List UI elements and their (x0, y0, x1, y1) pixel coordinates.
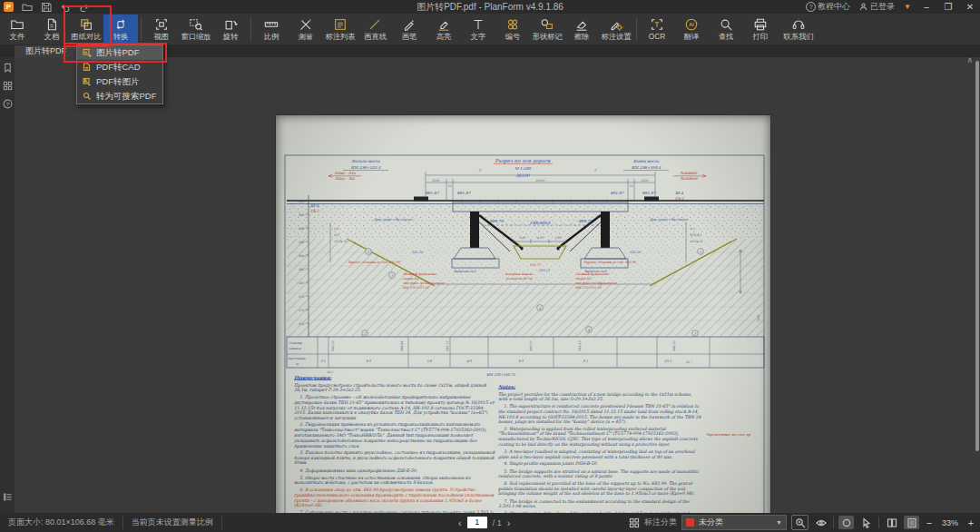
menu-item-image-to-pdf[interactable]: 图片转PDF (77, 45, 162, 60)
svg-text:16.7: 16.7 (685, 360, 692, 364)
visibility-button[interactable] (813, 516, 828, 529)
menu-item-pdf-to-image[interactable]: PDF转图片 (77, 74, 162, 89)
svg-text:Дрн. грунт с Рв=2м/сут: Дрн. грунт с Рв=2м/сут (650, 218, 689, 222)
toolbar-button-highlight[interactable]: 高亮 (426, 15, 461, 44)
dropdown-caret-icon: ▼ (776, 519, 782, 526)
toolbar-button-draw-line[interactable]: 画直线 (358, 15, 392, 44)
svg-text:55: 55 (447, 184, 452, 188)
svg-text:689.20: 689.20 (672, 340, 676, 351)
translate-ai-icon: AI (684, 17, 699, 32)
svg-text:Свайный фундамент: Свайный фундамент (403, 272, 437, 276)
toolbar-button-measure[interactable]: 测量 (289, 15, 323, 44)
document-canvas[interactable]: ∧ Разрез по оси до (15, 57, 980, 513)
svg-text:28.5: 28.5 (327, 370, 334, 374)
toolbar-button-annotation-settings[interactable]: 标注设置 (599, 15, 633, 44)
toolbar-button-rotate[interactable]: 旋转 (213, 15, 248, 44)
toolbar-button-drawing-compare[interactable]: 图纸对比 (69, 15, 103, 44)
svg-text:Свайный фундамент: Свайный фундамент (575, 272, 610, 276)
notes-english: Notes: The project provides for the cons… (498, 384, 702, 513)
login-status-button[interactable]: 已登录 (859, 1, 895, 13)
toolbar-button-find[interactable]: 查找 (709, 15, 743, 44)
close-button[interactable]: ✕ (964, 2, 976, 12)
toolbar-button-translate[interactable]: AI 翻译 (674, 15, 709, 44)
document-icon (44, 17, 59, 32)
svg-text:опоры №1: опоры №1 (403, 277, 419, 281)
toolbar-button-text[interactable]: 文字 (461, 15, 495, 44)
svg-text:688: 688 (299, 227, 305, 231)
toolbar-button-window-zoom[interactable]: 窗口缩放 (179, 15, 213, 44)
svg-text:8.1: 8.1 (583, 360, 588, 363)
svg-text:УГВ 4.3: УГВ 4.3 (690, 233, 702, 237)
prev-page-button[interactable]: ‹ (458, 517, 462, 528)
toolbar-button-print[interactable]: 打印 (743, 15, 778, 44)
toolbar-button-convert[interactable]: 转换 (103, 15, 138, 44)
toolbar-button-document[interactable]: 文档 (34, 15, 69, 44)
menu-item-pdf-to-cad[interactable]: PDF转CAD (77, 60, 162, 74)
collapse-toolbar-icon[interactable]: ∧ (966, 57, 973, 64)
svg-text:690.43: 690.43 (578, 340, 582, 351)
annotation-panel-icon[interactable] (3, 492, 13, 502)
printer-icon (753, 17, 768, 32)
toolbar-button-number[interactable]: 编号 (495, 15, 530, 44)
ruler-icon (264, 17, 279, 32)
toolbar-button-erase[interactable]: 擦除 (564, 15, 599, 44)
bookmark-icon[interactable] (3, 63, 13, 73)
svg-text:691.87: 691.87 (611, 191, 625, 195)
eye-icon (816, 517, 827, 528)
svg-text:8.9: 8.9 (518, 360, 524, 363)
notes-en-list: 1. The superstructure is reinforced conc… (498, 403, 702, 513)
svg-text:682: 682 (299, 268, 305, 271)
annotation-list-icon (333, 17, 348, 32)
svg-text:692: 692 (299, 200, 305, 203)
window-zoom-icon (189, 17, 203, 32)
vertical-scrollbar[interactable] (975, 61, 979, 451)
svg-text:678: 678 (299, 295, 305, 299)
convert-icon (113, 17, 128, 32)
thumbnails-icon[interactable] (3, 81, 13, 91)
menu-item-searchable-pdf[interactable]: 转为可搜索PDF (77, 89, 162, 103)
zoom-select-icon (795, 517, 806, 528)
help-icon: ? (806, 2, 816, 12)
zoom-in-button[interactable]: + (965, 517, 976, 528)
toolbar-button-contact-us[interactable]: 联系我们 (778, 15, 819, 44)
zoom-out-button[interactable]: − (924, 517, 935, 528)
annotation-category-label: 标注分类 (644, 517, 677, 528)
pan-mode-button[interactable] (838, 516, 854, 529)
document-tab[interactable]: 图片转PDF (15, 44, 77, 57)
svg-text:?: ? (5, 102, 9, 107)
minimize-button[interactable]: – (920, 2, 933, 12)
maximize-button[interactable]: ❐ (942, 2, 955, 12)
select-mode-button[interactable] (858, 516, 874, 529)
zoom-select-button[interactable] (791, 515, 808, 530)
toolbar-button-ocr[interactable]: OCR (640, 15, 674, 44)
line-icon (368, 17, 382, 32)
toolbar-button-annotation-list[interactable]: 标注列表 (323, 15, 358, 44)
two-page-view-button[interactable] (884, 516, 899, 529)
svg-text:21000: 21000 (535, 179, 545, 182)
toolbar-button-shape-mark[interactable]: 形状标记 (530, 15, 564, 44)
svg-text:685.29: 685.29 (630, 251, 642, 254)
planform-app-window: { "titlebar": { "title": "图片转PDF.pdf - P… (0, 0, 980, 532)
toolbar-button-view[interactable]: 视图 (144, 15, 179, 44)
svg-text:26100: 26100 (516, 173, 531, 178)
next-page-button[interactable]: › (507, 517, 511, 528)
annotation-category-icon (629, 517, 640, 528)
status-bar: 页面大小: 80.01×106.68 毫米 当前页未设置测量比例 ‹ 1 / 1… (0, 513, 980, 532)
toolbar-button-pen[interactable]: 画笔 (392, 15, 426, 44)
svg-text:КМ 236+337.18: КМ 236+337.18 (403, 286, 429, 290)
svg-text:Расстояние,: Расстояние, (288, 357, 307, 360)
svg-text:Отметки: Отметки (289, 341, 302, 345)
svg-text:3.1: 3.1 (320, 360, 326, 363)
single-page-view-button[interactable] (904, 516, 919, 529)
toolbar-button-scale[interactable]: 比例 (254, 15, 289, 44)
category-dropdown[interactable]: 未分类 ▼ (681, 515, 787, 530)
help-center-button[interactable]: ?教程中心 (806, 1, 850, 13)
member-dropdown-icon[interactable]: ▼ (904, 3, 911, 11)
help-panel-icon[interactable]: ? (3, 99, 13, 109)
toolbar-button-file[interactable]: 文件 (0, 15, 34, 44)
svg-text:размером h0.5м: размером h0.5м (505, 277, 533, 281)
page-number-input[interactable]: 1 (467, 517, 487, 528)
zoom-level: 33% (939, 518, 961, 527)
svg-text:691.87: 691.87 (426, 191, 440, 195)
svg-text:Tashkent: Tashkent (680, 176, 699, 181)
